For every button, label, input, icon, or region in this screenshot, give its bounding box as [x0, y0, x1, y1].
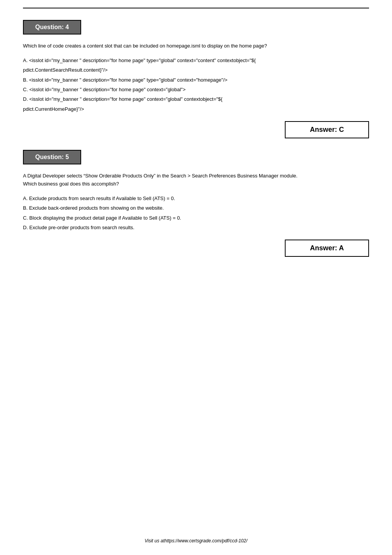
q4-answer-box: Answer: C — [285, 121, 369, 138]
q5-answer-box: Answer: A — [285, 240, 369, 257]
q5-answer-container: Answer: A — [23, 240, 369, 257]
q5-option-b: B. Exclude back-ordered products from sh… — [23, 204, 369, 212]
q4-option-d: D. <isslot id="my_banner " description="… — [23, 95, 369, 103]
q4-option-a: A. <isslot id="my_banner " description="… — [23, 56, 369, 65]
question-5-header: Question: 5 — [23, 150, 81, 164]
q4-answer-container: Answer: C — [23, 121, 369, 138]
question-5-block: Question: 5 A Digital Developer selects … — [23, 150, 369, 257]
question-4-header: Question: 4 — [23, 20, 81, 34]
question-4-block: Question: 4 Which line of code creates a… — [23, 20, 369, 138]
question-5-text-1: A Digital Developer selects “Show Ordera… — [23, 172, 369, 188]
q4-option-c: C. <isslot id="my_banner " description="… — [23, 85, 369, 94]
q5-text-line2: Which business goal does this accomplish… — [23, 181, 119, 187]
top-border — [23, 8, 369, 8]
q5-text-line1: A Digital Developer selects “Show Ordera… — [23, 173, 297, 179]
footer: Visit us athttps://www.certsgrade.com/pd… — [0, 538, 392, 544]
q5-option-c: C. Block displaying the product detail p… — [23, 213, 369, 222]
q4-option-a-cont: pdict.ContentSearchResult.content}"/> — [23, 66, 369, 74]
question-4-options: A. <isslot id="my_banner " description="… — [23, 56, 369, 113]
q5-option-a: A. Exclude products from search results … — [23, 194, 369, 203]
question-5-options: A. Exclude products from search results … — [23, 194, 369, 232]
page-container: Question: 4 Which line of code creates a… — [0, 0, 392, 555]
q4-option-b: B. <isslot id="my_banner " description="… — [23, 76, 369, 84]
question-4-text: Which line of code creates a content slo… — [23, 42, 369, 50]
q4-option-d-cont: pdict.CurrentHomePage}"/> — [23, 105, 369, 113]
q5-option-d: D. Exclude pre-order products from searc… — [23, 223, 369, 232]
